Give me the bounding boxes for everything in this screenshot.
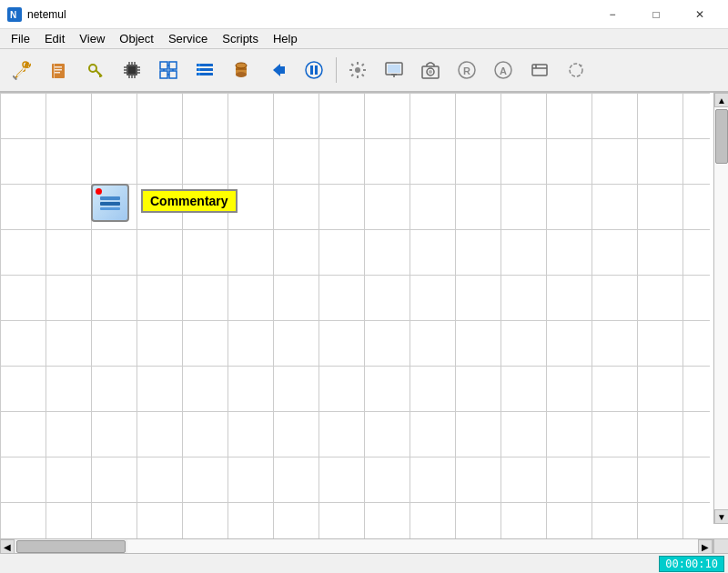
key-tool-button[interactable] — [78, 53, 113, 87]
horizontal-scrollbar[interactable]: ◀ ▶ — [0, 539, 713, 553]
status-led — [96, 188, 102, 195]
r-button[interactable]: R — [450, 53, 484, 87]
device-inner — [97, 190, 123, 216]
svg-rect-7 — [55, 69, 62, 71]
svg-rect-62 — [532, 65, 547, 75]
menu-edit[interactable]: Edit — [37, 30, 72, 47]
pause-button[interactable] — [297, 53, 331, 87]
svg-line-12 — [98, 73, 101, 75]
menu-bar: File Edit View Object Service Scripts He… — [0, 29, 728, 49]
maximize-button[interactable]: □ — [635, 0, 677, 29]
camera-button[interactable] — [413, 53, 448, 87]
close-button[interactable]: ✕ — [679, 0, 721, 29]
scroll-up-arrow[interactable]: ▲ — [714, 93, 728, 107]
svg-rect-40 — [198, 73, 200, 75]
svg-rect-5 — [54, 64, 55, 78]
svg-point-50 — [355, 67, 360, 73]
chip-tool-button[interactable] — [115, 53, 149, 87]
menu-file[interactable]: File — [4, 30, 37, 47]
svg-rect-14 — [128, 66, 136, 74]
toolbar-separator — [333, 53, 339, 87]
svg-point-43 — [236, 72, 247, 77]
menu-help[interactable]: Help — [266, 30, 305, 47]
device-bar-1 — [100, 196, 120, 200]
app-icon: N — [7, 7, 22, 22]
scroll-right-arrow[interactable]: ▶ — [698, 539, 713, 553]
svg-rect-8 — [55, 72, 60, 74]
scroll-corner — [713, 539, 728, 553]
svg-rect-48 — [310, 65, 313, 75]
scroll-track-horizontal[interactable] — [127, 539, 698, 553]
minimize-button[interactable]: − — [592, 0, 633, 29]
grid — [0, 93, 710, 538]
canvas-area[interactable]: ▲ ▼ Commentary — [0, 93, 728, 538]
svg-rect-29 — [160, 71, 167, 78]
svg-text:A: A — [500, 65, 507, 76]
scroll-down-arrow[interactable]: ▼ — [714, 509, 728, 524]
svg-text:N: N — [10, 10, 16, 20]
scroll-thumb-vertical[interactable] — [715, 109, 728, 164]
network-device[interactable] — [91, 184, 129, 222]
svg-point-57 — [429, 70, 432, 74]
menu-view[interactable]: View — [72, 30, 112, 47]
add-node-button[interactable] — [151, 53, 186, 87]
device-icon[interactable] — [91, 184, 129, 222]
svg-rect-28 — [169, 62, 177, 69]
svg-rect-30 — [169, 71, 177, 78]
open-file-button[interactable] — [42, 53, 76, 87]
svg-point-47 — [306, 62, 322, 78]
list-tool-button[interactable] — [187, 53, 222, 87]
window-controls: − □ ✕ — [592, 0, 721, 29]
svg-text:R: R — [463, 65, 470, 76]
toolbar: R A — [0, 49, 728, 93]
barrel-tool-button[interactable] — [224, 53, 258, 87]
device-bar-3 — [100, 207, 120, 210]
commentary-label[interactable]: Commentary — [141, 189, 238, 213]
device-bar-2 — [100, 202, 120, 206]
svg-rect-49 — [315, 65, 318, 75]
wrench-tool-button[interactable] — [5, 53, 40, 87]
scroll-track-vertical[interactable] — [714, 107, 728, 509]
svg-rect-6 — [55, 66, 62, 68]
vertical-scrollbar[interactable]: ▲ ▼ — [713, 93, 728, 524]
svg-rect-39 — [198, 68, 200, 71]
tag-button[interactable] — [522, 53, 557, 87]
a-button[interactable]: A — [486, 53, 521, 87]
spin-button[interactable] — [559, 53, 593, 87]
back-arrow-button[interactable] — [260, 53, 295, 87]
svg-rect-46 — [280, 66, 285, 74]
canvas-wrapper: ▲ ▼ Commentary ◀ ▶ — [0, 93, 728, 553]
scroll-thumb-horizontal[interactable] — [16, 540, 126, 553]
svg-rect-27 — [160, 62, 167, 69]
menu-service[interactable]: Service — [161, 30, 215, 47]
status-bar: 00:00:10 — [0, 553, 728, 573]
menu-scripts[interactable]: Scripts — [215, 30, 266, 47]
horizontal-scroll-area: ◀ ▶ — [0, 538, 728, 553]
svg-rect-38 — [198, 64, 200, 66]
monitor-button[interactable] — [377, 53, 411, 87]
timer-display: 00:00:10 — [659, 556, 724, 572]
menu-object[interactable]: Object — [112, 30, 161, 47]
gear-button[interactable] — [340, 53, 375, 87]
svg-rect-52 — [388, 65, 400, 73]
window-title: netemul — [27, 8, 592, 21]
title-bar: N netemul − □ ✕ — [0, 0, 728, 29]
scroll-left-arrow[interactable]: ◀ — [0, 539, 15, 553]
